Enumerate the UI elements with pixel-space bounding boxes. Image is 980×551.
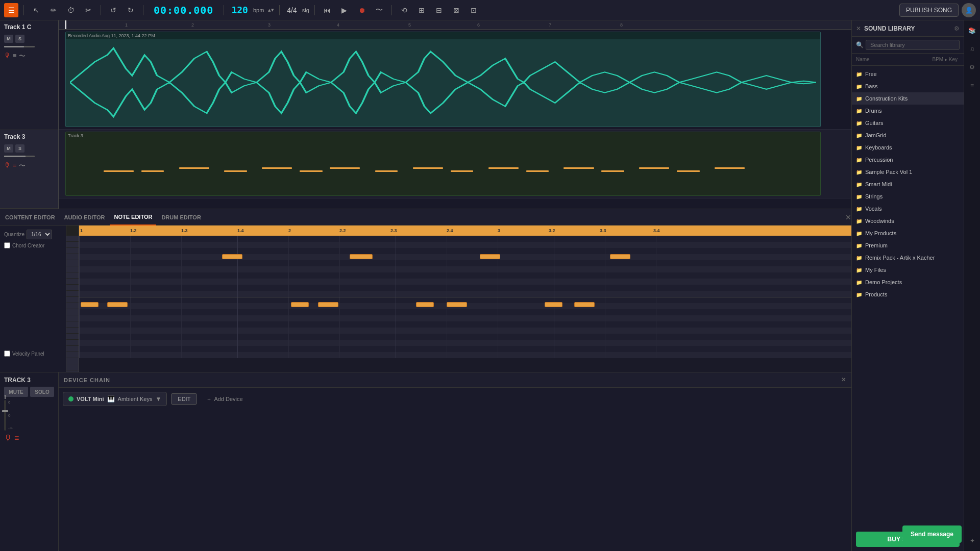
record-button[interactable]: ⏺ bbox=[355, 3, 369, 17]
sound-library-item-11[interactable]: 📁Vocals bbox=[852, 203, 964, 215]
track3-eq-button[interactable]: ≡ bbox=[14, 434, 19, 443]
snap-button[interactable]: ⟲ bbox=[397, 3, 411, 17]
track-3-volume-slider[interactable] bbox=[4, 156, 35, 157]
sound-library-item-9[interactable]: 📁Smart Midi bbox=[852, 178, 964, 190]
redo-button[interactable]: ↻ bbox=[124, 3, 138, 17]
bpm-arrows[interactable]: ▴▾ bbox=[268, 7, 274, 13]
sound-library-item-15[interactable]: 📁Remix Pack - Artik x Kacher bbox=[852, 252, 964, 264]
sound-library-item-name-13: My Products bbox=[865, 230, 896, 236]
sound-library-item-6[interactable]: 📁Keyboards bbox=[852, 141, 964, 154]
tab-drum-editor[interactable]: DRUM EDITOR bbox=[157, 209, 205, 226]
track-1c-volume-slider[interactable] bbox=[4, 46, 35, 47]
sound-library-item-14[interactable]: 📁Premium bbox=[852, 239, 964, 252]
folder-icon-18: 📁 bbox=[856, 292, 862, 297]
sound-library-item-3[interactable]: 📁Drums bbox=[852, 105, 964, 117]
clock-tool-button[interactable]: ⏱ bbox=[64, 3, 78, 17]
user-avatar[interactable]: 👤 bbox=[962, 3, 976, 17]
device-edit-button[interactable]: EDIT bbox=[171, 393, 197, 405]
device-chain-close-button[interactable]: ✕ bbox=[841, 377, 846, 383]
track-1c-lane[interactable]: Recorded Audio Aug 11, 2023, 1:44:22 PM bbox=[59, 30, 851, 130]
roll-note-1[interactable] bbox=[222, 254, 242, 259]
roll-note-11[interactable] bbox=[545, 302, 562, 307]
sound-library-item-8[interactable]: 📁Sample Pack Vol 1 bbox=[852, 166, 964, 178]
roll-note-7[interactable] bbox=[291, 302, 309, 307]
editor-close-button[interactable]: ✕ bbox=[845, 213, 851, 221]
track-1c-automation-icon[interactable]: 〜 bbox=[19, 52, 26, 61]
sound-library-close-button[interactable]: ✕ bbox=[856, 25, 861, 32]
midi-clip-3[interactable]: Track 3 bbox=[65, 132, 821, 196]
track-3-eq-icon[interactable]: ≡ bbox=[13, 161, 17, 170]
skip-back-button[interactable]: ⏮ bbox=[320, 3, 334, 17]
track-3-record-icon[interactable]: 🎙 bbox=[4, 161, 11, 170]
sound-library-item-18[interactable]: 📁Products bbox=[852, 288, 964, 300]
track-1c-solo-button[interactable]: S bbox=[15, 35, 24, 43]
far-right-effects-icon[interactable]: ✦ bbox=[966, 535, 978, 547]
sound-library-item-7[interactable]: 📁Percussion bbox=[852, 154, 964, 166]
track-headers: Track 1 C M S 🎙 ≡ 〜 bbox=[0, 20, 59, 209]
track-1c-eq-icon[interactable]: ≡ bbox=[13, 52, 17, 61]
cursor-tool-button[interactable]: ↖ bbox=[29, 3, 43, 17]
roll-note-2[interactable] bbox=[350, 254, 373, 259]
roll-note-3[interactable] bbox=[480, 254, 500, 259]
tab-note-editor[interactable]: NOTE EDITOR bbox=[110, 209, 156, 226]
track3-mute-button[interactable]: MUTE bbox=[4, 387, 28, 397]
hamburger-menu-button[interactable]: ☰ bbox=[4, 3, 18, 17]
sound-library-item-4[interactable]: 📁Guitars bbox=[852, 117, 964, 129]
track-1c-record-icon[interactable]: 🎙 bbox=[4, 52, 11, 61]
audio-clip-1c[interactable]: Recorded Audio Aug 11, 2023, 1:44:22 PM bbox=[65, 32, 821, 127]
sound-library-item-2[interactable]: 📁Construction Kits bbox=[852, 92, 964, 105]
sound-library-item-13[interactable]: 📁My Products bbox=[852, 227, 964, 239]
roll-note-5[interactable] bbox=[81, 302, 99, 307]
sound-library-item-1[interactable]: 📁Bass bbox=[852, 80, 964, 92]
sound-library-settings-icon[interactable]: ⚙ bbox=[954, 25, 960, 32]
quantize-select[interactable]: 1/16 1/8 1/4 bbox=[27, 230, 52, 239]
add-device-button[interactable]: ＋ Add Device bbox=[206, 395, 242, 403]
mix-tool-4[interactable]: ⊡ bbox=[467, 3, 481, 17]
mix-tool-3[interactable]: ⊠ bbox=[449, 3, 463, 17]
sound-library-item-0[interactable]: 📁Free bbox=[852, 68, 964, 80]
sound-library-item-16[interactable]: 📁My Files bbox=[852, 264, 964, 276]
roll-note-4[interactable] bbox=[610, 254, 630, 259]
sound-library-item-name-16: My Files bbox=[865, 267, 886, 273]
roll-note-12[interactable] bbox=[574, 302, 595, 307]
far-right-mix-icon[interactable]: ≡ bbox=[966, 80, 978, 92]
track-3-lane[interactable]: Track 3 bbox=[59, 130, 851, 198]
tab-audio-editor[interactable]: AUDIO EDITOR bbox=[60, 209, 109, 226]
roll-note-10[interactable] bbox=[447, 302, 467, 307]
chord-creator-checkbox[interactable] bbox=[4, 242, 10, 248]
undo-button[interactable]: ↺ bbox=[106, 3, 120, 17]
sound-library-item-10[interactable]: 📁Strings bbox=[852, 190, 964, 203]
play-button[interactable]: ▶ bbox=[337, 3, 352, 17]
roll-note-8[interactable] bbox=[318, 302, 338, 307]
track-3-automation-icon[interactable]: 〜 bbox=[19, 161, 26, 170]
velocity-panel-checkbox[interactable] bbox=[4, 350, 10, 357]
device-power-indicator[interactable] bbox=[68, 396, 74, 402]
roll-note-9[interactable] bbox=[416, 302, 434, 307]
send-message-button[interactable]: Send message bbox=[902, 525, 962, 543]
track-3-mute-button[interactable]: M bbox=[4, 144, 13, 153]
mix-tool-2[interactable]: ⊟ bbox=[432, 3, 446, 17]
track-1c-mute-button[interactable]: M bbox=[4, 35, 13, 43]
track3-fader-track[interactable] bbox=[4, 400, 6, 431]
piano-roll-area[interactable]: 1 1.2 1.3 1.4 2 2.2 2.3 2.4 3 3.2 3.3 3.… bbox=[79, 226, 851, 372]
mix-tool-1[interactable]: ⊞ bbox=[414, 3, 429, 17]
sound-library-item-5[interactable]: 📁JamGrid bbox=[852, 129, 964, 141]
device-preset-arrow[interactable]: ▼ bbox=[155, 395, 161, 403]
track3-fader-handle[interactable] bbox=[2, 410, 8, 412]
search-input[interactable] bbox=[866, 40, 960, 50]
separator-2 bbox=[101, 5, 101, 15]
loop-button[interactable]: 〜 bbox=[372, 3, 386, 17]
track3-mic-button[interactable]: 🎙 bbox=[4, 434, 12, 443]
folder-icon-11: 📁 bbox=[856, 206, 862, 212]
track-3-solo-button[interactable]: S bbox=[15, 144, 24, 153]
sound-library-item-12[interactable]: 📁Woodwinds bbox=[852, 215, 964, 227]
publish-song-button[interactable]: PUBLISH SONG bbox=[899, 4, 959, 17]
pencil-tool-button[interactable]: ✏ bbox=[46, 3, 61, 17]
sound-library-item-17[interactable]: 📁Demo Projects bbox=[852, 276, 964, 288]
roll-note-6[interactable] bbox=[107, 302, 128, 307]
scissors-tool-button[interactable]: ✂ bbox=[81, 3, 95, 17]
far-right-library-icon[interactable]: 📚 bbox=[966, 24, 978, 37]
far-right-midi-icon[interactable]: ♫ bbox=[966, 43, 978, 55]
track3-solo-button[interactable]: SOLO bbox=[30, 387, 54, 397]
far-right-settings-icon[interactable]: ⚙ bbox=[966, 61, 978, 73]
